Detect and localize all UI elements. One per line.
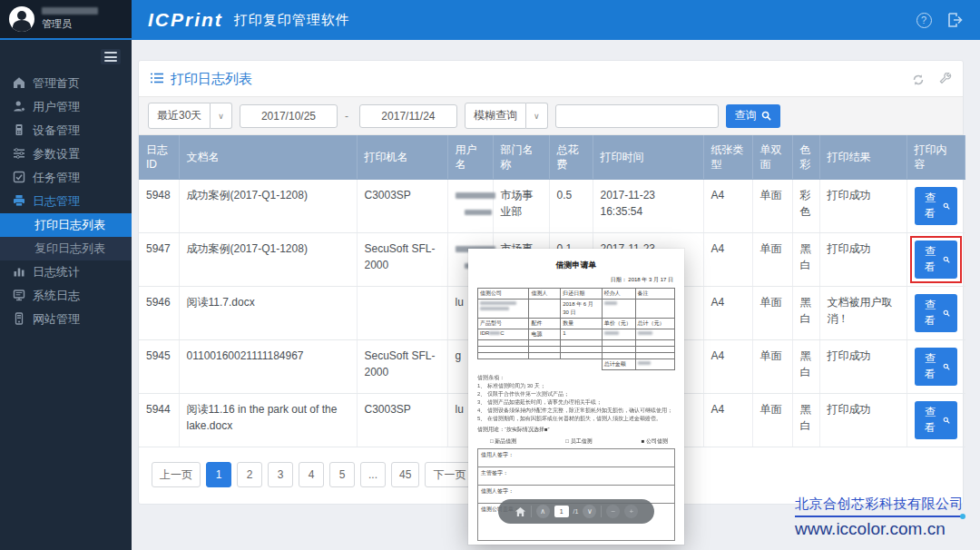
col-duplex: 单双面 bbox=[752, 135, 792, 180]
col-doc-name: 文档名 bbox=[179, 135, 357, 180]
sidebar-collapse-icon[interactable] bbox=[101, 49, 121, 64]
page-button-2[interactable]: 2 bbox=[237, 462, 262, 487]
sidebar-item-logs[interactable]: 日志管理 bbox=[0, 190, 132, 213]
chevron-down-icon[interactable]: ∨ bbox=[211, 103, 232, 129]
print-content-preview-popup: 借测申请单 日期： 2018 年 3 月 17 日 借测公司 借测人 归还日期 … bbox=[468, 249, 684, 545]
query-button[interactable]: 查询 bbox=[726, 104, 780, 128]
page-ellipsis[interactable]: ... bbox=[360, 462, 386, 487]
search-icon bbox=[943, 255, 950, 264]
page-up-icon[interactable]: ∧ bbox=[536, 505, 550, 518]
user-redacted bbox=[456, 192, 495, 199]
document-checkboxes: □ 新品借测 □ 员工借测 ■ 公司借测 bbox=[477, 434, 675, 448]
date-separator: - bbox=[345, 110, 348, 123]
signature-supervisor: 主管签字： bbox=[477, 467, 675, 485]
view-button-highlighted[interactable]: 查看 bbox=[915, 241, 957, 279]
sidebar-item-system-log[interactable]: 系统日志 bbox=[0, 284, 132, 308]
user-icon bbox=[13, 100, 25, 115]
col-color: 色彩 bbox=[792, 135, 819, 180]
sidebar-item-log-stats[interactable]: 日志统计 bbox=[0, 260, 132, 284]
query-mode-select[interactable]: 模糊查询 ∨ bbox=[465, 103, 548, 129]
document-page: 借测申请单 日期： 2018 年 3 月 17 日 借测公司 借测人 归还日期 … bbox=[477, 257, 675, 536]
col-time: 打印时间 bbox=[593, 135, 703, 180]
page-button-1[interactable]: 1 bbox=[206, 462, 231, 487]
page-button-45[interactable]: 45 bbox=[391, 462, 419, 487]
col-cost: 总花费 bbox=[549, 135, 593, 180]
page-button-3[interactable]: 3 bbox=[268, 462, 293, 487]
user-name-redacted bbox=[42, 7, 98, 15]
sidebar-item-website[interactable]: 网站管理 bbox=[0, 308, 132, 331]
document-title: 借测申请单 bbox=[477, 257, 675, 271]
table-header-row: 日志ID 文档名 打印机名 用户名 部门名称 总花费 打印时间 纸张类型 单双面… bbox=[139, 135, 965, 180]
document-form-table: 借测公司 借测人 归还日期 经办人 备注 2018 年 6 月 30 日 产品型… bbox=[477, 288, 675, 370]
sidebar-item-print-log-list[interactable]: 打印日志列表 bbox=[0, 213, 132, 237]
logout-icon[interactable] bbox=[946, 11, 964, 29]
checkbox-employee: □ 员工借测 bbox=[565, 437, 592, 446]
col-user: 用户名 bbox=[447, 135, 493, 180]
next-page-button[interactable]: 下一页 bbox=[425, 462, 474, 487]
refresh-icon[interactable] bbox=[911, 73, 926, 87]
view-button[interactable]: 查看 bbox=[915, 294, 957, 332]
top-bar: 管理员 ICPrint 打印复印管理软件 ? bbox=[0, 0, 980, 40]
view-button[interactable]: 查看 bbox=[915, 187, 957, 225]
wrench-icon[interactable] bbox=[938, 73, 952, 86]
sidebar-item-devices[interactable]: 设备管理 bbox=[0, 119, 132, 142]
page-button-5[interactable]: 5 bbox=[329, 462, 355, 487]
home-icon[interactable] bbox=[514, 506, 526, 517]
col-result: 打印结果 bbox=[819, 135, 906, 180]
page-button-4[interactable]: 4 bbox=[299, 462, 324, 487]
search-input[interactable] bbox=[555, 104, 719, 128]
page-title: 打印日志列表 bbox=[171, 71, 252, 88]
stats-icon bbox=[13, 265, 25, 280]
avatar bbox=[9, 6, 34, 32]
page-down-icon[interactable]: ∨ bbox=[583, 505, 596, 518]
document-terms: 借测条项： 1、 标准借测时间为 30 天； 2、 仅限于合作伙伴第一次测试产品… bbox=[477, 374, 675, 423]
filter-bar: 最近30天 ∨ - 模糊查询 ∨ 查询 bbox=[139, 96, 963, 135]
company-url: www.iccolor.com.cn bbox=[795, 519, 964, 539]
zoom-in-icon[interactable]: + bbox=[624, 505, 638, 518]
app-title: 打印复印管理软件 bbox=[234, 12, 350, 29]
table-row: 5948 成功案例(2017-Q1-1208) C3003SP 市场事业部 0.… bbox=[139, 180, 965, 233]
user-block[interactable]: 管理员 bbox=[0, 0, 132, 40]
view-button[interactable]: 查看 bbox=[915, 401, 957, 439]
col-content: 打印内容 bbox=[906, 135, 965, 180]
system-log-icon bbox=[13, 289, 25, 304]
col-paper: 纸张类型 bbox=[703, 135, 752, 180]
col-dept: 部门名称 bbox=[493, 135, 549, 180]
page-number-box[interactable]: 1 bbox=[554, 506, 569, 517]
sidebar-item-users[interactable]: 用户管理 bbox=[0, 95, 132, 119]
view-button[interactable]: 查看 bbox=[915, 348, 957, 386]
sidebar-item-tasks[interactable]: 任务管理 bbox=[0, 166, 132, 190]
device-icon bbox=[13, 123, 25, 139]
preview-toolbar: ∧ 1 /1 ∨ − + bbox=[498, 499, 654, 524]
zoom-out-icon[interactable]: − bbox=[606, 505, 620, 518]
col-log-id: 日志ID bbox=[139, 135, 179, 180]
search-icon bbox=[761, 111, 771, 121]
task-icon bbox=[13, 171, 25, 186]
date-from-input[interactable] bbox=[240, 104, 338, 128]
help-icon[interactable]: ? bbox=[915, 11, 933, 29]
chevron-down-icon[interactable]: ∨ bbox=[526, 103, 548, 129]
settings-list-icon bbox=[13, 147, 25, 162]
search-icon bbox=[943, 416, 950, 425]
search-icon bbox=[943, 201, 950, 211]
app-header: ICPrint 打印复印管理软件 ? bbox=[132, 0, 980, 40]
user-role-label: 管理员 bbox=[42, 17, 98, 31]
search-icon bbox=[943, 309, 950, 318]
date-range-select[interactable]: 最近30天 ∨ bbox=[148, 103, 232, 129]
brand-underline bbox=[795, 516, 964, 517]
branding: 北京合创芯彩科技有限公司 www.iccolor.com.cn bbox=[795, 496, 964, 539]
checkbox-company: ■ 公司借测 bbox=[642, 437, 668, 446]
date-to-input[interactable] bbox=[359, 104, 457, 128]
company-name: 北京合创芯彩科技有限公司 bbox=[795, 496, 964, 513]
app-logo: ICPrint bbox=[148, 9, 223, 31]
document-usage-line: 借测用途：“按实际情况选择■” bbox=[477, 426, 675, 434]
sidebar-item-params[interactable]: 参数设置 bbox=[0, 142, 132, 166]
col-printer: 打印机名 bbox=[357, 135, 447, 180]
search-icon bbox=[943, 362, 950, 371]
sidebar-item-home[interactable]: 管理首页 bbox=[0, 72, 132, 95]
sidebar-item-copy-log-list[interactable]: 复印日志列表 bbox=[0, 237, 132, 260]
signature-borrower: 借用人签字： bbox=[477, 448, 675, 467]
website-icon bbox=[13, 312, 25, 328]
sidebar: 管理首页 用户管理 设备管理 参数设置 任务管理 日志管理 打印日志列表 复印日… bbox=[0, 40, 132, 550]
prev-page-button[interactable]: 上一页 bbox=[152, 462, 201, 487]
